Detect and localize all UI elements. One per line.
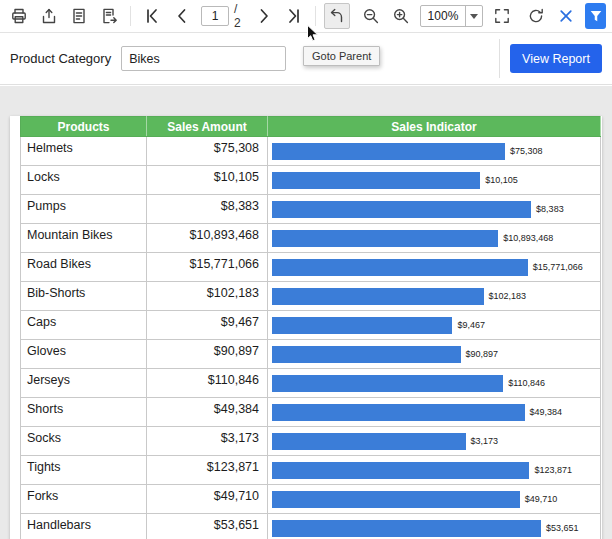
goto-parent-button[interactable] <box>324 3 350 29</box>
bar-value-label: $110,846 <box>508 378 545 388</box>
toolbar-separator <box>315 6 316 26</box>
product-cell: Shorts <box>21 398 147 427</box>
goto-parent-tooltip: Goto Parent <box>303 46 380 66</box>
sales-bar <box>272 346 461 363</box>
product-cell: Caps <box>21 311 147 340</box>
amount-cell: $123,871 <box>147 456 268 485</box>
bar-value-label: $102,183 <box>489 291 527 301</box>
amount-cell: $10,893,468 <box>147 224 268 253</box>
product-category-input[interactable] <box>121 46 286 71</box>
product-cell: Mountain Bikes <box>21 224 147 253</box>
indicator-cell: $49,710 <box>268 485 601 514</box>
bar-value-label: $8,383 <box>536 204 564 214</box>
header-sales-indicator: Sales Indicator <box>268 117 601 137</box>
bar-container: $15,771,066 <box>268 253 600 281</box>
bar-container: $110,846 <box>268 369 600 397</box>
table-row: Pumps $8,383 $8,383 <box>21 195 601 224</box>
last-page-button[interactable] <box>281 3 307 29</box>
sales-bar <box>272 288 484 305</box>
bar-container: $75,308 <box>268 137 600 165</box>
bar-value-label: $123,871 <box>534 465 572 475</box>
previous-page-button[interactable] <box>169 3 195 29</box>
page-count-label: / 2 <box>234 2 245 30</box>
print-layout-button[interactable] <box>66 3 92 29</box>
indicator-cell: $53,651 <box>268 514 601 539</box>
amount-cell: $49,384 <box>147 398 268 427</box>
bar-value-label: $10,893,468 <box>503 233 553 243</box>
sales-bar <box>272 433 466 450</box>
sales-bar <box>272 462 529 479</box>
last-page-icon <box>285 7 303 25</box>
indicator-cell: $8,383 <box>268 195 601 224</box>
zoom-level-select[interactable]: 100% <box>420 5 484 27</box>
sales-bar <box>272 172 480 189</box>
bar-container: $102,183 <box>268 282 600 310</box>
zoom-out-icon <box>362 7 380 25</box>
sales-bar <box>272 491 520 508</box>
report-page: Products Sales Amount Sales Indicator He… <box>10 116 602 539</box>
indicator-cell: $123,871 <box>268 456 601 485</box>
next-page-button[interactable] <box>251 3 277 29</box>
bar-container: $90,897 <box>268 340 600 368</box>
table-row: Tights $123,871 $123,871 <box>21 456 601 485</box>
export-icon <box>40 7 58 25</box>
bar-value-label: $10,105 <box>485 175 518 185</box>
refresh-button[interactable] <box>523 3 549 29</box>
product-cell: Tights <box>21 456 147 485</box>
fit-to-page-button[interactable] <box>489 3 515 29</box>
bar-value-label: $75,308 <box>510 146 543 156</box>
sales-bar <box>272 317 452 334</box>
bar-container: $10,893,468 <box>268 224 600 252</box>
sales-bar <box>272 143 505 160</box>
bar-container: $123,871 <box>268 456 600 484</box>
amount-cell: $9,467 <box>147 311 268 340</box>
page-number-input[interactable] <box>201 6 229 26</box>
amount-cell: $15,771,066 <box>147 253 268 282</box>
table-row: Gloves $90,897 $90,897 <box>21 340 601 369</box>
toolbar: / 2 100% <box>0 0 612 33</box>
table-body: Helmets $75,308 $75,308 Locks $10,105 $1… <box>21 137 601 539</box>
table-row: Helmets $75,308 $75,308 <box>21 137 601 166</box>
product-cell: Socks <box>21 427 147 456</box>
zoom-value-label: 100% <box>421 6 466 26</box>
bar-container: $49,710 <box>268 485 600 513</box>
zoom-dropdown-button[interactable] <box>465 6 482 26</box>
product-cell: Handlebars <box>21 514 147 539</box>
sales-bar <box>272 404 525 421</box>
bar-container: $8,383 <box>268 195 600 223</box>
table-row: Mountain Bikes $10,893,468 $10,893,468 <box>21 224 601 253</box>
product-cell: Road Bikes <box>21 253 147 282</box>
goto-parent-arrow-icon <box>328 7 346 25</box>
indicator-cell: $10,105 <box>268 166 601 195</box>
sales-bar <box>272 201 531 218</box>
table-header: Products Sales Amount Sales Indicator <box>21 117 601 137</box>
bar-container: $9,467 <box>268 311 600 339</box>
first-page-button[interactable] <box>139 3 165 29</box>
bar-container: $53,651 <box>268 514 600 539</box>
product-cell: Gloves <box>21 340 147 369</box>
bar-value-label: $3,173 <box>471 436 499 446</box>
bar-value-label: $49,384 <box>530 407 563 417</box>
zoom-out-button[interactable] <box>358 3 384 29</box>
indicator-cell: $75,308 <box>268 137 601 166</box>
export-button[interactable] <box>36 3 62 29</box>
print-button[interactable] <box>6 3 32 29</box>
view-report-button[interactable]: View Report <box>510 44 602 73</box>
product-cell: Pumps <box>21 195 147 224</box>
amount-cell: $53,651 <box>147 514 268 539</box>
filter-button[interactable] <box>585 3 606 29</box>
report-canvas[interactable]: Products Sales Amount Sales Indicator He… <box>0 86 612 539</box>
table-row: Locks $10,105 $10,105 <box>21 166 601 195</box>
product-cell: Forks <box>21 485 147 514</box>
parameter-divider <box>499 39 500 78</box>
amount-cell: $10,105 <box>147 166 268 195</box>
filter-icon <box>588 8 604 24</box>
parameter-label: Product Category <box>10 51 111 66</box>
indicator-cell: $15,771,066 <box>268 253 601 282</box>
amount-cell: $90,897 <box>147 340 268 369</box>
sales-bar <box>272 259 528 276</box>
zoom-in-button[interactable] <box>388 3 414 29</box>
page-setup-button[interactable] <box>96 3 122 29</box>
cancel-button[interactable] <box>553 3 579 29</box>
indicator-cell: $110,846 <box>268 369 601 398</box>
